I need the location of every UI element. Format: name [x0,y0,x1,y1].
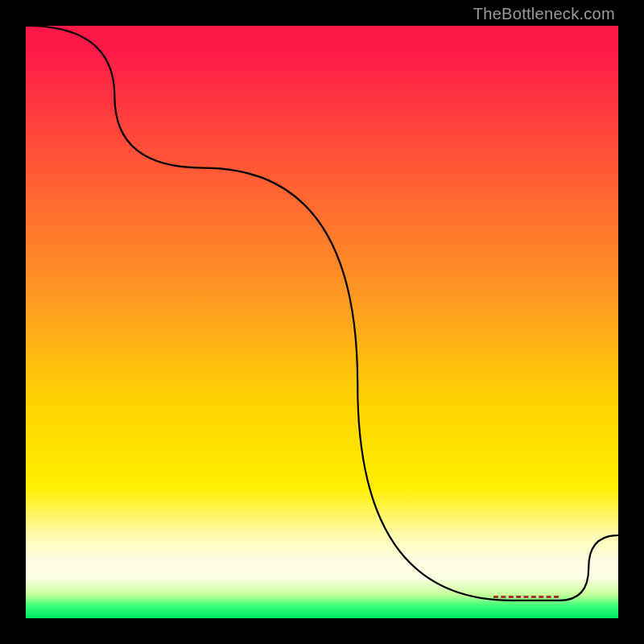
chart-frame: TheBottleneck.com [0,0,644,644]
bottleneck-curve [26,26,618,618]
optimal-range-marker [493,596,559,598]
plot-area [26,26,618,618]
watermark-text: TheBottleneck.com [473,5,615,23]
